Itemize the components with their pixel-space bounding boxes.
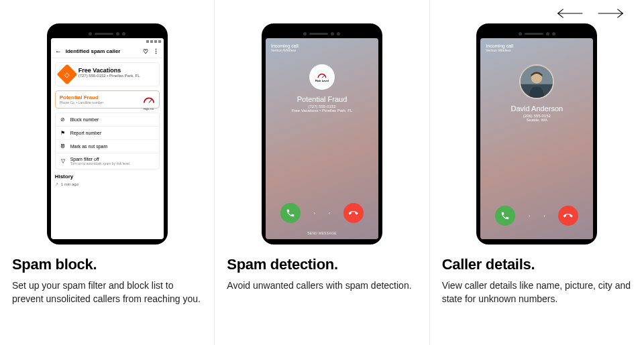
action-block-number[interactable]: ⊘ Block number	[56, 113, 159, 127]
panel-caller-details: Incoming call Verizon Wireless	[430, 0, 644, 345]
incoming-header: Incoming call Verizon Wireless	[266, 38, 378, 52]
action-not-spam[interactable]: ⛨ Mark as not spam	[56, 140, 159, 153]
carrier-label: Verizon Wireless	[271, 48, 373, 52]
menu-dots-icon[interactable]: ⋮	[153, 48, 160, 55]
phone-frame: Incoming call Verizon Wireless Risk Leve…	[262, 23, 382, 245]
prev-arrow-button[interactable]	[557, 7, 584, 20]
risk-gauge-icon: High risk	[143, 95, 155, 105]
caller-avatar	[519, 64, 554, 99]
next-arrow-button[interactable]	[597, 7, 624, 20]
svg-line-1	[322, 75, 325, 78]
action-label: Mark as not spam	[70, 144, 108, 149]
gauge-label: High risk	[143, 107, 155, 111]
action-report-number[interactable]: ⚑ Report number	[56, 127, 159, 140]
swipe-right-icon: ›	[313, 210, 315, 216]
phone-screen: Incoming call Verizon Wireless Risk Leve…	[266, 38, 378, 239]
incoming-center: Risk Level Potential Fraud (727) 555-015…	[266, 52, 378, 196]
panel-spam-detection: Incoming call Verizon Wireless Risk Leve…	[215, 0, 429, 345]
action-label: Spam filter off	[70, 157, 99, 161]
phone-frame: Incoming call Verizon Wireless	[476, 23, 597, 245]
incoming-label: Incoming call	[486, 44, 588, 48]
call-buttons: › ‹	[480, 199, 593, 231]
arrow-left-icon	[557, 7, 584, 20]
phone-screen: ← Identified spam caller ♡ ⋮ ◇ Free Vaca…	[51, 38, 164, 239]
panel-title: Spam block.	[12, 256, 202, 273]
fraud-sub: Phone Co. • Landline number	[60, 100, 103, 105]
swipe-right-icon: ›	[529, 213, 531, 219]
panel-spam-block: ← Identified spam caller ♡ ⋮ ◇ Free Vaca…	[0, 0, 215, 345]
block-icon: ⊘	[60, 117, 66, 123]
panel-desc: View caller details like name, picture, …	[442, 279, 632, 306]
phone-mockup: ← Identified spam caller ♡ ⋮ ◇ Free Vaca…	[12, 13, 202, 248]
phone-decline-icon	[349, 208, 358, 218]
action-list: ⊘ Block number ⚑ Report number ⛨ Mark as…	[55, 113, 160, 169]
caller-sub: (727) 555-0152 • Pinellas Park, FL	[78, 74, 140, 78]
phone-sensors	[266, 29, 378, 38]
avatar-photo-icon	[521, 66, 553, 98]
gauge-icon	[315, 72, 329, 79]
incoming-name: Potential Fraud	[297, 95, 347, 103]
decline-button[interactable]	[343, 203, 364, 223]
incoming-loc: Seattle, WA	[527, 118, 547, 122]
report-icon: ⚑	[60, 130, 66, 136]
panel-title: Spam detection.	[227, 256, 417, 273]
outgoing-icon: ↗	[55, 182, 58, 186]
panel-text: Caller details. View caller details like…	[442, 248, 632, 306]
carousel-nav	[557, 7, 624, 20]
incoming-loc: Free Vacations • Pinellas Park, FL	[292, 109, 353, 113]
risk-level-badge: Risk Level	[309, 64, 335, 90]
status-bar	[51, 38, 164, 45]
phone-mockup: Incoming call Verizon Wireless	[442, 13, 632, 248]
arrow-right-icon	[597, 7, 624, 20]
panel-text: Spam block. Set up your spam filter and …	[12, 248, 202, 306]
swipe-left-icon: ‹	[543, 213, 545, 219]
phone-answer-icon	[286, 208, 295, 218]
answer-button[interactable]	[495, 206, 515, 226]
svg-line-0	[149, 99, 152, 102]
shield-icon: ⛨	[60, 143, 66, 149]
phone-sensors	[480, 29, 593, 38]
answer-button[interactable]	[280, 203, 301, 223]
phone-frame: ← Identified spam caller ♡ ⋮ ◇ Free Vaca…	[47, 23, 168, 245]
action-label: Report number	[70, 131, 102, 135]
action-spam-filter[interactable]: ▽ Spam filter off Turn on to auto-block …	[56, 153, 159, 169]
send-message-link[interactable]: SEND MESSAGE	[266, 228, 378, 239]
filter-icon: ▽	[60, 158, 66, 164]
incoming-label: Incoming call	[271, 44, 373, 48]
caller-card: ◇ Free Vacations (727) 555-0152 • Pinell…	[55, 62, 160, 86]
panel-desc: Avoid unwanted callers with spam detecti…	[227, 279, 417, 292]
phone-screen: Incoming call Verizon Wireless	[480, 38, 593, 239]
back-icon[interactable]: ←	[55, 48, 62, 55]
incoming-header: Incoming call Verizon Wireless	[480, 38, 593, 52]
app-header: ← Identified spam caller ♡ ⋮	[51, 45, 164, 58]
fraud-label: Potential Fraud	[60, 94, 103, 100]
carrier-label: Verizon Wireless	[486, 48, 588, 52]
panel-desc: Set up your spam filter and block list t…	[12, 279, 202, 306]
history-row: ↗ 1 min ago	[55, 182, 160, 186]
call-buttons: › ‹	[266, 196, 378, 228]
swipe-left-icon: ‹	[329, 210, 331, 216]
caller-name: Free Vacations	[78, 67, 140, 74]
incoming-name: David Anderson	[511, 105, 563, 113]
history-time: 1 min ago	[61, 182, 78, 186]
history-section: History ↗ 1 min ago	[55, 174, 160, 186]
history-title: History	[55, 174, 160, 180]
panel-text: Spam detection. Avoid unwanted callers w…	[227, 248, 417, 292]
panel-title: Caller details.	[442, 256, 632, 273]
phone-sensors	[51, 29, 164, 38]
risk-label: Risk Level	[315, 79, 329, 82]
fraud-card: Potential Fraud Phone Co. • Landline num…	[55, 90, 160, 109]
phone-answer-icon	[500, 211, 510, 220]
action-label: Block number	[70, 117, 99, 122]
decline-button[interactable]	[558, 206, 578, 226]
phone-decline-icon	[564, 211, 573, 220]
spam-badge-icon: ◇	[56, 64, 77, 84]
phone-mockup: Incoming call Verizon Wireless Risk Leve…	[227, 13, 417, 248]
header-title: Identified spam caller	[66, 48, 138, 54]
bell-icon[interactable]: ♡	[142, 48, 149, 55]
action-sub: Turn on to auto-block spam by risk level…	[70, 161, 131, 165]
feature-panels: ← Identified spam caller ♡ ⋮ ◇ Free Vaca…	[0, 0, 644, 345]
incoming-center: David Anderson (206) 555-0152 Seattle, W…	[480, 52, 593, 199]
